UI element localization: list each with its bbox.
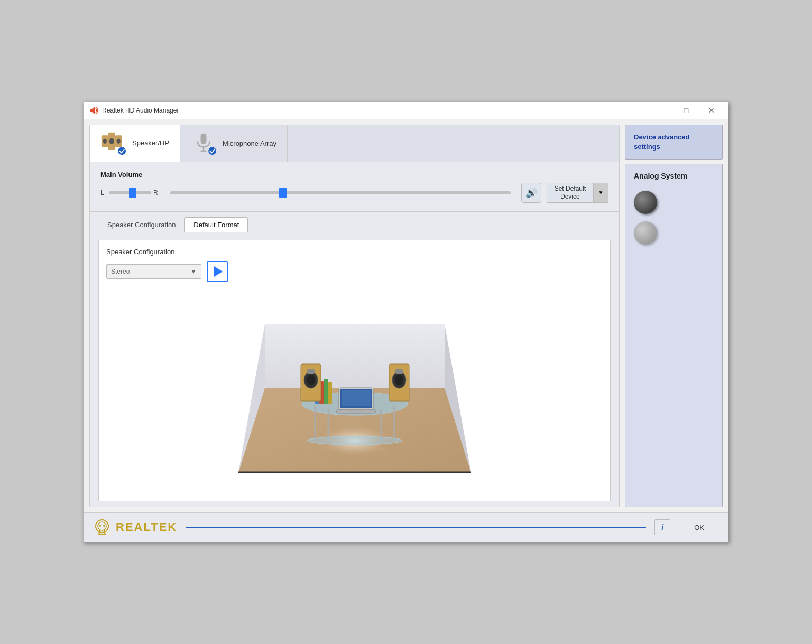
info-button[interactable]: i — [654, 519, 670, 535]
main-window: Realtek HD Audio Manager — □ ✕ — [84, 102, 728, 543]
volume-label: Main Volume — [100, 171, 608, 179]
analog-system-panel: Analog System — [625, 164, 723, 507]
realtek-label: REALTEK — [116, 520, 177, 534]
speaker-config-row: Stereo ▼ — [106, 261, 603, 282]
svg-point-5 — [109, 138, 114, 144]
play-button[interactable] — [207, 261, 228, 282]
svg-marker-12 — [265, 324, 445, 398]
svg-point-46 — [103, 525, 105, 527]
svg-rect-8 — [201, 134, 207, 144]
svg-point-45 — [99, 525, 101, 527]
microphone-tab-label: Microphone Array — [223, 139, 276, 147]
balance-container: L R — [100, 189, 160, 197]
volume-track[interactable] — [170, 191, 511, 194]
svg-line-43 — [104, 530, 105, 535]
device-tabs: Speaker/HP — [90, 125, 619, 162]
microphone-icon — [191, 130, 216, 156]
tab-default-format[interactable]: Default Format — [184, 217, 248, 232]
svg-line-42 — [99, 530, 100, 535]
device-advanced-label: Device advanced settings — [634, 133, 690, 151]
tab-speaker-configuration[interactable]: Speaker Configuration — [98, 217, 184, 232]
mute-button[interactable]: 🔊 — [521, 183, 541, 203]
speaker-tab-label: Speaker/HP — [132, 139, 169, 147]
device-advanced-button[interactable]: Device advanced settings — [625, 125, 723, 160]
svg-point-11 — [208, 147, 216, 155]
right-label: R — [153, 189, 160, 197]
svg-point-4 — [103, 138, 107, 143]
set-default-button[interactable]: Set DefaultDevice ▼ — [547, 183, 608, 203]
balance-thumb[interactable] — [129, 188, 136, 198]
app-icon — [88, 105, 99, 116]
svg-point-7 — [118, 147, 126, 155]
play-icon — [214, 266, 223, 277]
set-default-arrow-icon: ▼ — [593, 183, 608, 203]
room-visualization — [106, 282, 603, 493]
speaker-config-title: Speaker Configuration — [106, 248, 603, 256]
window-title: Realtek HD Audio Manager — [102, 107, 649, 114]
bottom-bar: REALTEK i OK — [84, 512, 728, 542]
tab-microphone[interactable]: Microphone Array — [180, 125, 288, 162]
svg-point-34 — [307, 375, 315, 385]
set-default-label: Set DefaultDevice — [547, 185, 593, 200]
svg-point-23 — [307, 436, 402, 445]
room-svg — [223, 293, 487, 483]
svg-rect-31 — [336, 410, 376, 413]
svg-rect-30 — [342, 390, 371, 406]
svg-point-6 — [116, 138, 120, 143]
svg-rect-39 — [395, 369, 403, 374]
realtek-logo: REALTEK — [93, 518, 177, 537]
analog-system-title: Analog System — [634, 172, 714, 180]
dropdown-arrow-icon: ▼ — [190, 268, 197, 275]
analog-button-dark[interactable] — [634, 191, 657, 214]
speaker-icon — [100, 130, 126, 156]
balance-track[interactable] — [109, 191, 151, 194]
svg-rect-35 — [307, 369, 315, 374]
svg-rect-26 — [324, 379, 328, 404]
titlebar: Realtek HD Audio Manager — □ ✕ — [84, 102, 728, 119]
main-content: Speaker/HP — [84, 119, 728, 512]
mute-icon: 🔊 — [525, 187, 537, 199]
maximize-button[interactable]: □ — [674, 102, 698, 119]
volume-thumb[interactable] — [279, 188, 287, 198]
volume-section: Main Volume L R 🔊 — [90, 162, 619, 212]
window-controls: — □ ✕ — [649, 102, 724, 119]
left-label: L — [100, 189, 107, 197]
realtek-logo-icon — [93, 518, 112, 537]
tab-speaker[interactable]: Speaker/HP — [90, 125, 180, 162]
analog-button-gray[interactable] — [634, 221, 657, 245]
minimize-button[interactable]: — — [649, 102, 673, 119]
bottom-right: i — [654, 519, 670, 535]
volume-row: L R 🔊 Set DefaultDevice ▼ — [100, 183, 608, 203]
close-button[interactable]: ✕ — [699, 102, 724, 119]
svg-point-38 — [395, 375, 403, 385]
speaker-config-panel: Speaker Configuration Stereo ▼ — [98, 240, 611, 501]
bottom-line — [186, 527, 646, 528]
ok-button[interactable]: OK — [679, 520, 719, 535]
left-panel: Speaker/HP — [89, 125, 620, 507]
speaker-dropdown[interactable]: Stereo ▼ — [106, 264, 201, 279]
svg-rect-27 — [328, 382, 332, 404]
right-panel: Device advanced settings Analog System — [625, 125, 723, 507]
inner-tabs: Speaker Configuration Default Format — [98, 217, 611, 232]
tab-panel: Speaker Configuration Default Format Spe… — [90, 212, 619, 507]
svg-marker-0 — [90, 107, 95, 114]
dropdown-value: Stereo — [111, 268, 130, 275]
